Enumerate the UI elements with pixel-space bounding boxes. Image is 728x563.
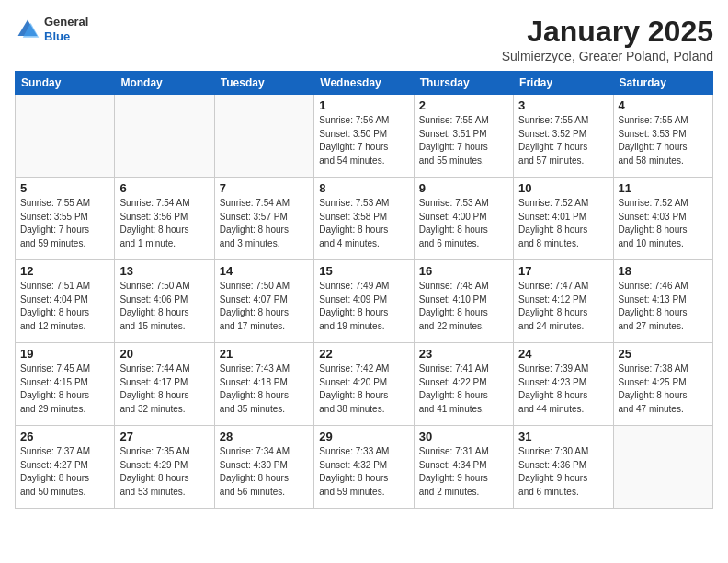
calendar-cell: 10Sunrise: 7:52 AM Sunset: 4:01 PM Dayli… — [514, 178, 613, 260]
calendar-cell: 1Sunrise: 7:56 AM Sunset: 3:50 PM Daylig… — [314, 95, 414, 178]
calendar-subtitle: Sulmierzyce, Greater Poland, Poland — [502, 49, 713, 63]
calendar-cell: 28Sunrise: 7:34 AM Sunset: 4:30 PM Dayli… — [214, 426, 313, 509]
day-info: Sunrise: 7:50 AM Sunset: 4:07 PM Dayligh… — [220, 280, 309, 333]
weekday-header-row: SundayMondayTuesdayWednesdayThursdayFrid… — [16, 72, 713, 95]
day-number: 11 — [619, 181, 708, 195]
day-number: 14 — [220, 264, 309, 278]
day-number: 7 — [220, 181, 309, 195]
day-info: Sunrise: 7:50 AM Sunset: 4:06 PM Dayligh… — [119, 280, 209, 333]
title-block: January 2025 Sulmierzyce, Greater Poland… — [502, 15, 713, 63]
day-info: Sunrise: 7:33 AM Sunset: 4:32 PM Dayligh… — [319, 445, 408, 499]
calendar-cell: 14Sunrise: 7:50 AM Sunset: 4:07 PM Dayli… — [214, 260, 313, 343]
day-number: 28 — [220, 430, 309, 443]
weekday-header-saturday: Saturday — [613, 72, 712, 95]
weekday-header-friday: Friday — [514, 72, 613, 95]
calendar-cell: 19Sunrise: 7:45 AM Sunset: 4:15 PM Dayli… — [16, 343, 115, 426]
calendar-cell: 30Sunrise: 7:31 AM Sunset: 4:34 PM Dayli… — [414, 426, 513, 509]
calendar-cell: 9Sunrise: 7:53 AM Sunset: 4:00 PM Daylig… — [414, 178, 513, 260]
calendar-table: SundayMondayTuesdayWednesdayThursdayFrid… — [15, 71, 713, 509]
calendar-cell: 17Sunrise: 7:47 AM Sunset: 4:12 PM Dayli… — [514, 260, 613, 343]
day-number: 30 — [419, 430, 508, 443]
calendar-cell: 3Sunrise: 7:55 AM Sunset: 3:52 PM Daylig… — [514, 95, 613, 178]
logo-text: General Blue — [44, 15, 88, 43]
logo: General Blue — [15, 15, 88, 43]
weekday-header-monday: Monday — [115, 72, 214, 95]
day-number: 23 — [419, 347, 508, 361]
calendar-cell: 2Sunrise: 7:55 AM Sunset: 3:51 PM Daylig… — [414, 95, 513, 178]
day-info: Sunrise: 7:37 AM Sunset: 4:27 PM Dayligh… — [20, 445, 109, 499]
calendar-cell: 4Sunrise: 7:55 AM Sunset: 3:53 PM Daylig… — [613, 95, 712, 178]
day-number: 6 — [119, 181, 209, 195]
day-number: 26 — [20, 430, 109, 443]
day-number: 21 — [220, 347, 309, 361]
calendar-cell: 21Sunrise: 7:43 AM Sunset: 4:18 PM Dayli… — [214, 343, 313, 426]
day-number: 15 — [319, 264, 408, 278]
day-info: Sunrise: 7:41 AM Sunset: 4:22 PM Dayligh… — [419, 362, 508, 416]
calendar-cell: 25Sunrise: 7:38 AM Sunset: 4:25 PM Dayli… — [613, 343, 712, 426]
logo-general: General — [44, 15, 88, 29]
calendar-cell: 31Sunrise: 7:30 AM Sunset: 4:36 PM Dayli… — [514, 426, 613, 509]
day-number: 13 — [119, 264, 209, 278]
day-number: 24 — [518, 347, 608, 361]
day-info: Sunrise: 7:51 AM Sunset: 4:04 PM Dayligh… — [20, 280, 109, 333]
logo-icon — [15, 17, 40, 42]
week-row-5: 26Sunrise: 7:37 AM Sunset: 4:27 PM Dayli… — [16, 426, 713, 509]
day-number: 5 — [20, 181, 109, 195]
day-info: Sunrise: 7:56 AM Sunset: 3:50 PM Dayligh… — [319, 114, 408, 167]
weekday-header-sunday: Sunday — [16, 72, 115, 95]
day-info: Sunrise: 7:38 AM Sunset: 4:25 PM Dayligh… — [619, 362, 708, 416]
day-info: Sunrise: 7:42 AM Sunset: 4:20 PM Dayligh… — [319, 362, 408, 416]
calendar-cell: 27Sunrise: 7:35 AM Sunset: 4:29 PM Dayli… — [115, 426, 214, 509]
week-row-3: 12Sunrise: 7:51 AM Sunset: 4:04 PM Dayli… — [16, 260, 713, 343]
day-info: Sunrise: 7:35 AM Sunset: 4:29 PM Dayligh… — [119, 445, 209, 499]
calendar-cell: 7Sunrise: 7:54 AM Sunset: 3:57 PM Daylig… — [214, 178, 313, 260]
day-info: Sunrise: 7:54 AM Sunset: 3:56 PM Dayligh… — [119, 197, 209, 250]
day-info: Sunrise: 7:46 AM Sunset: 4:13 PM Dayligh… — [619, 280, 708, 333]
day-number: 3 — [518, 98, 608, 112]
day-number: 17 — [518, 264, 608, 278]
day-info: Sunrise: 7:55 AM Sunset: 3:52 PM Dayligh… — [518, 114, 608, 167]
calendar-cell: 6Sunrise: 7:54 AM Sunset: 3:56 PM Daylig… — [115, 178, 214, 260]
day-number: 31 — [518, 430, 608, 443]
weekday-header-thursday: Thursday — [414, 72, 513, 95]
day-number: 19 — [20, 347, 109, 361]
day-info: Sunrise: 7:53 AM Sunset: 3:58 PM Dayligh… — [319, 197, 408, 250]
day-info: Sunrise: 7:49 AM Sunset: 4:09 PM Dayligh… — [319, 280, 408, 333]
day-info: Sunrise: 7:55 AM Sunset: 3:55 PM Dayligh… — [20, 197, 109, 250]
day-info: Sunrise: 7:39 AM Sunset: 4:23 PM Dayligh… — [518, 362, 608, 416]
day-number: 22 — [319, 347, 408, 361]
logo-blue: Blue — [44, 29, 88, 44]
day-info: Sunrise: 7:31 AM Sunset: 4:34 PM Dayligh… — [419, 445, 508, 499]
calendar-cell — [214, 95, 313, 178]
day-number: 29 — [319, 430, 408, 443]
day-info: Sunrise: 7:47 AM Sunset: 4:12 PM Dayligh… — [518, 280, 608, 333]
calendar-cell: 20Sunrise: 7:44 AM Sunset: 4:17 PM Dayli… — [115, 343, 214, 426]
day-info: Sunrise: 7:30 AM Sunset: 4:36 PM Dayligh… — [518, 445, 608, 499]
day-number: 20 — [119, 347, 209, 361]
calendar-cell: 12Sunrise: 7:51 AM Sunset: 4:04 PM Dayli… — [16, 260, 115, 343]
day-number: 8 — [319, 181, 408, 195]
day-info: Sunrise: 7:55 AM Sunset: 3:53 PM Dayligh… — [619, 114, 708, 167]
calendar-cell: 22Sunrise: 7:42 AM Sunset: 4:20 PM Dayli… — [314, 343, 414, 426]
day-info: Sunrise: 7:54 AM Sunset: 3:57 PM Dayligh… — [220, 197, 309, 250]
day-number: 1 — [319, 98, 408, 112]
day-number: 9 — [419, 181, 508, 195]
calendar-cell: 18Sunrise: 7:46 AM Sunset: 4:13 PM Dayli… — [613, 260, 712, 343]
day-number: 18 — [619, 264, 708, 278]
calendar-cell: 16Sunrise: 7:48 AM Sunset: 4:10 PM Dayli… — [414, 260, 513, 343]
day-number: 27 — [119, 430, 209, 443]
day-info: Sunrise: 7:55 AM Sunset: 3:51 PM Dayligh… — [419, 114, 508, 167]
calendar-cell: 29Sunrise: 7:33 AM Sunset: 4:32 PM Dayli… — [314, 426, 414, 509]
day-info: Sunrise: 7:44 AM Sunset: 4:17 PM Dayligh… — [119, 362, 209, 416]
calendar-cell: 13Sunrise: 7:50 AM Sunset: 4:06 PM Dayli… — [115, 260, 214, 343]
calendar-title: January 2025 — [502, 15, 713, 49]
weekday-header-tuesday: Tuesday — [214, 72, 313, 95]
day-info: Sunrise: 7:52 AM Sunset: 4:01 PM Dayligh… — [518, 197, 608, 250]
calendar-cell: 8Sunrise: 7:53 AM Sunset: 3:58 PM Daylig… — [314, 178, 414, 260]
calendar-cell: 15Sunrise: 7:49 AM Sunset: 4:09 PM Dayli… — [314, 260, 414, 343]
calendar-cell: 26Sunrise: 7:37 AM Sunset: 4:27 PM Dayli… — [16, 426, 115, 509]
calendar-cell — [613, 426, 712, 509]
day-number: 12 — [20, 264, 109, 278]
day-number: 4 — [619, 98, 708, 112]
day-number: 2 — [419, 98, 508, 112]
